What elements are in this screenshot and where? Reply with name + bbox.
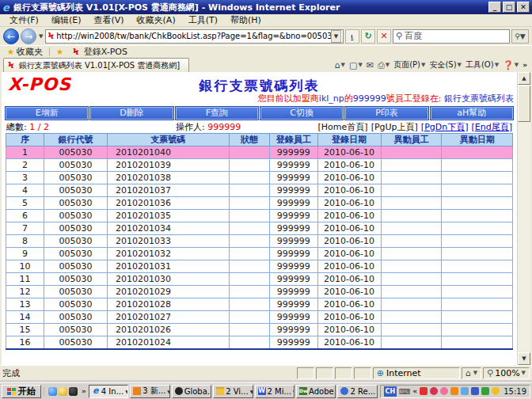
cell <box>229 146 269 159</box>
table-row[interactable]: 50050302010201036 9999992010-06-10 <box>6 197 513 210</box>
address-dropdown-icon[interactable]: ▼ <box>331 30 341 43</box>
safety-menu-button[interactable]: 安全(S)▼ <box>429 59 462 70</box>
read-mail-button[interactable]: ✉ <box>367 60 374 70</box>
task-button[interactable]: DwAdobe... <box>296 385 336 398</box>
close-button[interactable]: ✕ <box>517 2 530 13</box>
messenger-icon[interactable] <box>48 387 57 396</box>
table-row[interactable]: 60050302010201035 9999992010-06-10 <box>6 210 513 222</box>
task-button[interactable]: 3 新...▼ <box>130 385 169 398</box>
table-row[interactable]: 70050302010201034 9999992010-06-10 <box>6 222 513 235</box>
home-button[interactable]: ⌂▼ <box>335 60 345 70</box>
start-button[interactable]: 开始 <box>2 385 41 398</box>
tray-green-icon[interactable] <box>481 387 489 395</box>
function-button[interactable]: C切換 <box>260 107 343 120</box>
maximize-button[interactable]: □ <box>503 2 515 13</box>
add-favorite-button[interactable]: ★ <box>53 48 66 56</box>
task-button[interactable]: 2 Re...▼ <box>337 385 377 398</box>
table-row[interactable]: 140050302010201027 9999992010-06-10 <box>6 311 513 324</box>
word-icon: W <box>258 387 266 395</box>
function-button[interactable]: D刪除 <box>90 107 173 120</box>
tray-cal-icon[interactable] <box>461 387 469 395</box>
mail-icon[interactable] <box>59 387 67 396</box>
task-button[interactable]: 2 Vi...▼ <box>213 385 253 398</box>
table-row[interactable]: 40050302010201037 9999992010-06-10 <box>6 184 513 197</box>
table-row[interactable]: 90050302010201032 9999992010-06-10 <box>6 248 513 260</box>
compatibility-view-button[interactable]: ⍸ <box>345 29 359 44</box>
task-label: Adobe... <box>309 387 336 396</box>
task-button[interactable]: W2 Mi...▼ <box>255 385 294 398</box>
table-row[interactable]: 160050302010201024 9999992010-06-10 <box>6 336 513 349</box>
task-label: 4 In... <box>101 387 124 396</box>
table-row[interactable]: 100050302010201031 9999992010-06-10 <box>6 260 513 273</box>
task-group-dropdown-icon[interactable]: ▼ <box>250 389 253 394</box>
table-row[interactable]: 150050302010201026 9999992010-06-10 <box>6 324 513 336</box>
cell: 2010201033 <box>108 235 230 248</box>
refresh-button[interactable]: ↻ <box>361 29 375 44</box>
help-button[interactable]: ❓▼ <box>503 60 519 70</box>
menu-item[interactable]: 查看(V) <box>87 13 130 27</box>
scroll-down-icon[interactable]: ▼ <box>518 352 530 365</box>
search-options-button[interactable]: ⚲▼ <box>511 29 529 44</box>
tools-menu-button[interactable]: 工具(O)▼ <box>466 59 499 70</box>
menu-item[interactable]: 收藏夹(A) <box>131 13 182 27</box>
back-button[interactable]: ← <box>3 28 19 44</box>
search-input[interactable]: ⚲ 百度 <box>393 29 510 44</box>
cell: 005030 <box>44 336 108 349</box>
cell: 999999 <box>269 184 317 197</box>
task-button[interactable]: Globa... <box>172 385 211 398</box>
table-row[interactable]: 30050302010201038 9999992010-06-10 <box>6 172 513 184</box>
address-input[interactable]: Ϟ http://win2008/tw/bank/ChkBookList.asp… <box>45 29 344 44</box>
menu-item[interactable]: 工具(T) <box>182 13 224 27</box>
page-menu-button[interactable]: 页面(P)▼ <box>393 59 425 70</box>
tray-expand-icon[interactable]: « <box>412 387 417 395</box>
table-row[interactable]: 130050302010201028 9999992010-06-10 <box>6 298 513 311</box>
tray-shield-icon[interactable] <box>492 387 500 395</box>
print-button[interactable]: ⎙▼ <box>378 60 390 70</box>
task-group-dropdown-icon[interactable]: ▼ <box>125 389 128 394</box>
minimize-button[interactable]: _ <box>488 2 501 13</box>
function-button[interactable]: P印表 <box>345 107 428 120</box>
table-row[interactable]: 20050302010201039 9999992010-06-10 <box>6 159 513 172</box>
cell: 2010-06-10 <box>317 273 381 286</box>
stop-button[interactable]: ✕ <box>377 29 391 44</box>
table-row[interactable]: 110050302010201030 9999992010-06-10 <box>6 273 513 286</box>
cell: 12 <box>6 286 44 298</box>
forward-button[interactable]: → <box>21 28 36 44</box>
cell: 2010-06-10 <box>317 298 381 311</box>
tray-qq2-icon[interactable] <box>440 387 448 395</box>
language-indicator[interactable]: CH <box>384 386 397 397</box>
tray-msg-icon[interactable] <box>420 387 428 395</box>
favorites-button[interactable]: ★ 收藏夹 <box>4 46 46 58</box>
task-group-dropdown-icon[interactable]: ▼ <box>167 389 169 394</box>
menu-item[interactable]: 文件(F) <box>3 13 45 27</box>
tray-qq-icon[interactable] <box>430 387 438 395</box>
table-row[interactable]: 80050302010201033 9999992010-06-10 <box>6 235 513 248</box>
function-button[interactable]: aH幫助 <box>431 107 513 120</box>
table-row[interactable]: 120050302010201029 9999992010-06-10 <box>6 286 513 298</box>
tray-im-icon[interactable] <box>471 387 479 395</box>
function-button[interactable]: F查詢 <box>176 107 258 120</box>
task-group-dropdown-icon[interactable]: ▼ <box>377 389 378 394</box>
scrollbar-thumb[interactable] <box>518 86 530 122</box>
overflow-chevron-icon[interactable]: » <box>522 61 527 69</box>
scroll-up-icon[interactable]: ▲ <box>518 72 530 85</box>
function-button[interactable]: E增新 <box>6 107 88 120</box>
zoom-control[interactable]: ⚲ 100% ▼ <box>483 367 530 379</box>
keyboard-icon[interactable]: ⌨ <box>399 387 410 396</box>
history-dropdown-icon[interactable]: ▼ <box>38 33 44 40</box>
vertical-scrollbar[interactable]: ▲ ▼ <box>517 72 530 365</box>
feeds-button[interactable]: ▢▼ <box>349 60 363 70</box>
favorites-bar-item-xpos[interactable]: Ϟ 登錄X-POS <box>70 46 131 58</box>
task-button[interactable]: e4 In...▼ <box>89 385 128 398</box>
table-row[interactable]: 10050302010201040 9999992010-06-10 <box>6 146 513 159</box>
qq-icon[interactable] <box>69 387 78 396</box>
protected-mode-pane[interactable]: ⌂▼ <box>462 367 481 379</box>
menu-item[interactable]: 帮助(H) <box>224 13 268 27</box>
tab-active[interactable]: Ϟ 銀行支票號碼列表 V1.01[X-POS 雲通商務網] <box>3 58 189 72</box>
menu-item[interactable]: 编辑(E) <box>45 13 88 27</box>
quick-launch-overflow-icon[interactable]: » <box>82 387 86 395</box>
task-group-dropdown-icon[interactable]: ▼ <box>293 389 294 394</box>
pagination-link[interactable]: [End尾頁] <box>472 121 513 133</box>
pagination-link[interactable]: [PgDn下頁] <box>421 121 469 133</box>
tray-sun-icon[interactable] <box>450 387 458 395</box>
